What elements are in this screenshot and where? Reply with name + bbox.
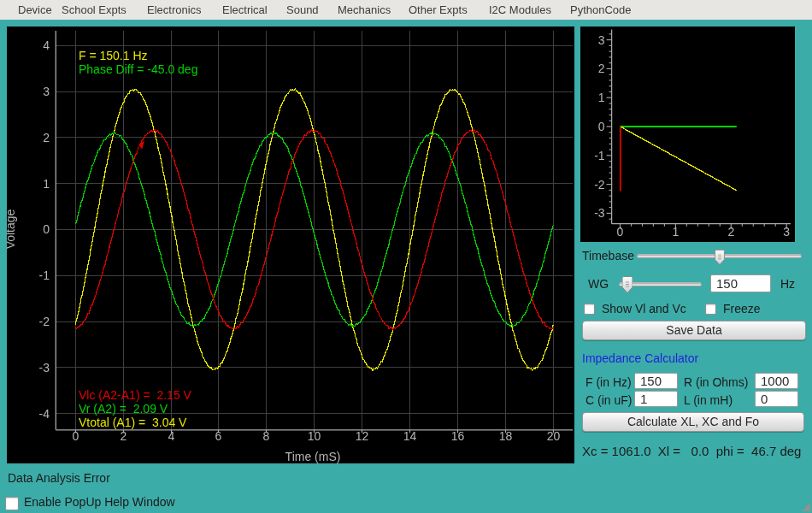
svg-text:Voltage: Voltage [7,209,17,249]
svg-text:-3: -3 [39,361,50,374]
svg-text:3: 3 [43,85,50,98]
svg-text:2: 2 [598,62,605,75]
svg-text:Vlc (A2-A1) = 2.15 V: Vlc (A2-A1) = 2.15 V [79,388,192,402]
svg-text:-2: -2 [39,315,50,328]
svg-text:12: 12 [356,429,369,443]
svg-text:1: 1 [598,91,605,104]
svg-text:2: 2 [43,131,50,144]
svg-text:18: 18 [499,429,513,443]
svg-text:F = 150.1 Hz: F = 150.1 Hz [79,49,148,62]
svg-text:10: 10 [308,429,321,443]
svg-text:3: 3 [783,225,790,239]
svg-text:20: 20 [547,429,561,443]
svg-text:16: 16 [451,429,465,443]
svg-text:Vtotal (A1) = 3.04 V: Vtotal (A1) = 3.04 V [79,416,187,429]
svg-text:-3: -3 [594,206,605,220]
svg-text:2: 2 [727,225,734,239]
svg-text:2: 2 [121,429,127,443]
svg-text:3: 3 [598,33,605,47]
svg-text:-1: -1 [39,268,50,282]
svg-text:-4: -4 [39,407,50,421]
svg-text:0: 0 [43,222,50,236]
svg-text:0: 0 [73,429,79,443]
svg-text:14: 14 [403,429,417,443]
svg-text:4: 4 [168,429,175,443]
svg-text:-2: -2 [594,178,605,192]
svg-text:6: 6 [215,429,222,443]
svg-text:0: 0 [598,120,605,133]
svg-text:1: 1 [43,177,50,191]
svg-text:4: 4 [43,38,50,52]
svg-text:0: 0 [617,225,624,239]
svg-text:1: 1 [673,225,680,239]
svg-text:Vr (A2) = 2.09 V: Vr (A2) = 2.09 V [79,402,168,416]
svg-text:8: 8 [263,429,270,443]
svg-text:-1: -1 [594,149,605,162]
svg-text:Phase Diff = -45.0 deg: Phase Diff = -45.0 deg [79,62,197,76]
svg-text:Time (mS): Time (mS) [285,450,341,463]
